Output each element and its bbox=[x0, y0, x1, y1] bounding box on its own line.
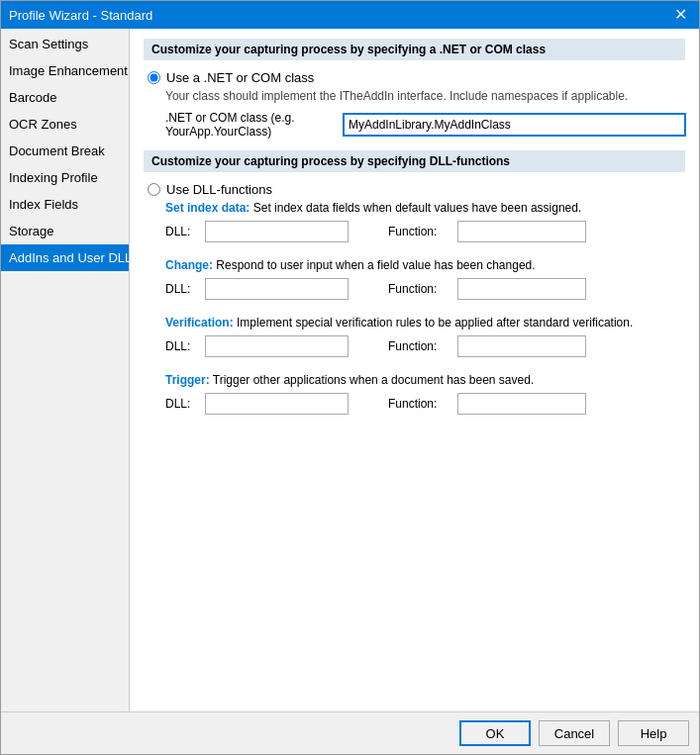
trigger-desc: Trigger: Trigger other applications when… bbox=[165, 373, 685, 387]
trigger-dll-row: DLL: Function: bbox=[165, 393, 685, 415]
change-dll-row: DLL: Function: bbox=[165, 278, 685, 300]
trigger-func-label: Function: bbox=[388, 397, 448, 411]
set-index-func-label: Function: bbox=[388, 225, 448, 238]
sidebar-item-indexing-profile[interactable]: Indexing Profile bbox=[1, 164, 129, 191]
title-bar: Profile Wizard - Standard ✕ bbox=[1, 1, 699, 29]
set-index-rest: Set index data fields when default value… bbox=[253, 201, 582, 215]
change-dll-label: DLL: bbox=[165, 282, 195, 296]
section2-header: Customize your capturing process by spec… bbox=[144, 150, 685, 172]
cancel-button[interactable]: Cancel bbox=[539, 720, 610, 746]
dll-section-change: Change: Respond to user input when a fie… bbox=[144, 258, 685, 300]
trigger-rest: Trigger other applications when a docume… bbox=[213, 373, 534, 387]
sidebar: Scan SettingsImage EnhancementBarcodeOCR… bbox=[1, 29, 130, 711]
trigger-func-input[interactable] bbox=[457, 393, 586, 415]
change-func-label: Function: bbox=[388, 282, 448, 296]
close-button[interactable]: ✕ bbox=[670, 7, 691, 23]
window-body: Scan SettingsImage EnhancementBarcodeOCR… bbox=[1, 29, 699, 711]
window-title: Profile Wizard - Standard bbox=[9, 8, 152, 23]
sidebar-item-index-fields[interactable]: Index Fields bbox=[1, 191, 129, 218]
change-func-input[interactable] bbox=[457, 278, 586, 300]
net-com-radio-row: Use a .NET or COM class bbox=[148, 70, 685, 85]
set-index-dll-input[interactable] bbox=[205, 221, 349, 242]
help-button[interactable]: Help bbox=[618, 720, 689, 746]
sidebar-item-image-enhancement[interactable]: Image Enhancement bbox=[1, 57, 129, 84]
sidebar-item-document-break[interactable]: Document Break bbox=[1, 138, 129, 164]
change-dll-input[interactable] bbox=[205, 278, 349, 300]
set-index-dll-row: DLL: Function: bbox=[165, 221, 685, 242]
change-rest: Respond to user input when a field value… bbox=[216, 258, 535, 272]
dll-radio[interactable] bbox=[148, 183, 160, 196]
main-content: Customize your capturing process by spec… bbox=[130, 29, 699, 711]
dll-section-trigger: Trigger: Trigger other applications when… bbox=[144, 373, 685, 415]
net-com-field-label: .NET or COM class (e.g. YourApp.YourClas… bbox=[165, 111, 344, 139]
net-com-label[interactable]: Use a .NET or COM class bbox=[166, 70, 314, 85]
dll-section-set-index: Set index data: Set index data fields wh… bbox=[144, 201, 685, 242]
footer: OK Cancel Help bbox=[1, 711, 699, 754]
change-desc: Change: Respond to user input when a fie… bbox=[165, 258, 685, 272]
ok-button[interactable]: OK bbox=[459, 720, 531, 746]
trigger-bold: Trigger: bbox=[165, 373, 210, 387]
dll-radio-row: Use DLL-functions bbox=[148, 182, 685, 197]
verification-bold: Verification: bbox=[165, 316, 234, 330]
verification-dll-input[interactable] bbox=[205, 335, 349, 357]
set-index-func-input[interactable] bbox=[457, 221, 586, 242]
main-window: Profile Wizard - Standard ✕ Scan Setting… bbox=[0, 0, 700, 755]
trigger-dll-label: DLL: bbox=[165, 397, 195, 411]
verification-rest: Implement special verification rules to … bbox=[237, 316, 633, 330]
dll-radio-label[interactable]: Use DLL-functions bbox=[166, 182, 272, 197]
net-com-radio[interactable] bbox=[148, 71, 160, 84]
section1-header: Customize your capturing process by spec… bbox=[144, 39, 685, 60]
change-bold: Change: bbox=[165, 258, 213, 272]
net-com-field-row: .NET or COM class (e.g. YourApp.YourClas… bbox=[165, 111, 685, 139]
verification-desc: Verification: Implement special verifica… bbox=[165, 316, 685, 330]
net-com-field-input[interactable] bbox=[344, 114, 685, 136]
sidebar-item-storage[interactable]: Storage bbox=[1, 218, 129, 244]
verification-dll-label: DLL: bbox=[165, 339, 195, 353]
sidebar-item-addins[interactable]: AddIns and User DLLs bbox=[1, 244, 129, 271]
set-index-dll-label: DLL: bbox=[165, 225, 195, 238]
trigger-dll-input[interactable] bbox=[205, 393, 349, 415]
sidebar-item-scan-settings[interactable]: Scan Settings bbox=[1, 31, 129, 57]
net-com-subtext: Your class should implement the ITheAddI… bbox=[165, 89, 685, 103]
set-index-bold: Set index data: bbox=[165, 201, 250, 215]
dll-section-verification: Verification: Implement special verifica… bbox=[144, 316, 685, 357]
verification-func-input[interactable] bbox=[457, 335, 586, 357]
set-index-desc: Set index data: Set index data fields wh… bbox=[165, 201, 685, 215]
verification-dll-row: DLL: Function: bbox=[165, 335, 685, 357]
verification-func-label: Function: bbox=[388, 339, 448, 353]
sidebar-item-barcode[interactable]: Barcode bbox=[1, 84, 129, 111]
sidebar-item-ocr-zones[interactable]: OCR Zones bbox=[1, 111, 129, 138]
